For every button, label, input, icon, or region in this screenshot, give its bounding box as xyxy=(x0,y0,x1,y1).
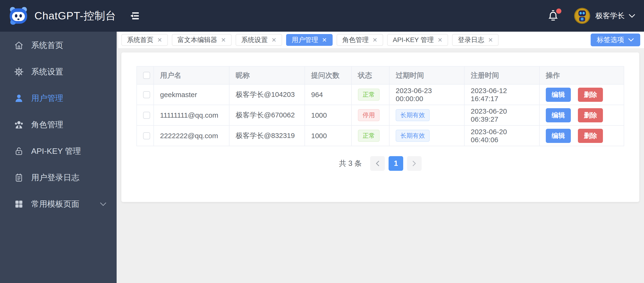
sidebar-item-login-logs[interactable]: 用户登录日志 xyxy=(0,164,116,191)
next-page-button[interactable] xyxy=(407,156,422,171)
table-row: geekmaster 极客学长@104203 964 正常 2023-06-23… xyxy=(137,84,624,105)
expire-badge: 长期有效 xyxy=(396,130,430,142)
user-name[interactable]: 极客学长 xyxy=(595,11,625,21)
log-icon xyxy=(14,172,24,183)
cell-ask-count: 964 xyxy=(305,84,352,105)
cell-username: geekmaster xyxy=(154,84,229,105)
table-row: 2222222@qq.com 极客学长@832319 1000 正常 长期有效 … xyxy=(137,125,624,146)
pagination-total: 共 3 条 xyxy=(339,158,362,168)
sidebar-item-label: 用户管理 xyxy=(31,93,63,104)
cell-username: 2222222@qq.com xyxy=(154,125,229,146)
home-icon xyxy=(14,40,24,51)
user-menu-chevron-down-icon[interactable] xyxy=(628,13,636,19)
tab-login-logs[interactable]: 登录日志 ✕ xyxy=(452,34,498,46)
cell-register-time: 2023-06-20 06:40:06 xyxy=(464,125,540,146)
users-table: 用户名 昵称 提问次数 状态 过期时间 注册时间 操作 geekmaster 极… xyxy=(136,66,624,146)
close-icon[interactable]: ✕ xyxy=(272,37,276,44)
delete-button[interactable]: 删除 xyxy=(578,129,603,143)
user-avatar[interactable] xyxy=(574,8,590,24)
sidebar-item-user-management[interactable]: 用户管理 xyxy=(0,85,116,112)
edit-button[interactable]: 编辑 xyxy=(546,108,571,122)
menu-fold-icon[interactable] xyxy=(129,10,140,22)
close-icon[interactable]: ✕ xyxy=(157,37,162,44)
gear-icon xyxy=(14,67,24,77)
col-nickname: 昵称 xyxy=(229,66,305,84)
notification-bell-icon[interactable] xyxy=(547,9,560,23)
col-register-time: 注册时间 xyxy=(464,66,540,84)
tab-role-management[interactable]: 角色管理 ✕ xyxy=(337,34,383,46)
tab-strip: 系统首页 ✕ 富文本编辑器 ✕ 系统设置 ✕ 用户管理 ✕ 角色管理 ✕ API… xyxy=(116,32,644,48)
page-number-current[interactable]: 1 xyxy=(388,156,403,171)
app-title: ChatGPT-控制台 xyxy=(34,9,116,23)
sidebar-item-label: 角色管理 xyxy=(31,119,63,130)
col-expire-time: 过期时间 xyxy=(389,66,464,84)
edit-button[interactable]: 编辑 xyxy=(546,88,571,102)
sidebar-item-role-management[interactable]: 角色管理 xyxy=(0,112,116,138)
tab-user-management[interactable]: 用户管理 ✕ xyxy=(286,34,332,46)
row-checkbox[interactable] xyxy=(143,112,150,119)
sidebar-item-template-pages[interactable]: 常用模板页面 xyxy=(0,191,116,217)
status-badge: 正常 xyxy=(358,130,380,142)
main-area: 系统首页 ✕ 富文本编辑器 ✕ 系统设置 ✕ 用户管理 ✕ 角色管理 ✕ API… xyxy=(116,32,644,283)
cell-expire-time: 2023-06-23 00:00:00 xyxy=(389,84,464,105)
close-icon[interactable]: ✕ xyxy=(372,37,378,44)
edit-button[interactable]: 编辑 xyxy=(546,129,571,143)
cell-ask-count: 1000 xyxy=(305,125,352,146)
sidebar-item-apikey-management[interactable]: API-KEY 管理 xyxy=(0,138,116,164)
status-badge: 停用 xyxy=(358,109,380,121)
select-all-checkbox[interactable] xyxy=(143,72,150,79)
sidebar-nav: 系统首页 系统设置 用户管理 xyxy=(0,32,116,283)
close-icon[interactable]: ✕ xyxy=(221,37,226,44)
tab-system-settings[interactable]: 系统设置 ✕ xyxy=(236,34,282,46)
close-icon[interactable]: ✕ xyxy=(438,37,443,44)
tab-rich-text-editor[interactable]: 富文本编辑器 ✕ xyxy=(172,34,232,46)
chevron-down-icon xyxy=(628,38,634,42)
cell-register-time: 2023-06-12 16:47:17 xyxy=(464,84,540,105)
cell-username: 11111111@qq.com xyxy=(154,105,229,125)
tab-apikey-management[interactable]: API-KEY 管理 ✕ xyxy=(387,34,448,46)
tag-options-button[interactable]: 标签选项 xyxy=(591,34,640,46)
sidebar-item-label: 系统首页 xyxy=(31,40,63,51)
expire-badge: 长期有效 xyxy=(396,109,430,121)
sidebar-item-label: 常用模板页面 xyxy=(31,199,79,209)
page-content: 用户名 昵称 提问次数 状态 过期时间 注册时间 操作 geekmaster 极… xyxy=(116,48,644,283)
row-checkbox[interactable] xyxy=(143,132,150,139)
cell-nickname: 极客学长@670062 xyxy=(229,105,305,125)
submenu-chevron-down-icon xyxy=(100,201,107,207)
sidebar-item-system-home[interactable]: 系统首页 xyxy=(0,32,116,59)
delete-button[interactable]: 删除 xyxy=(578,108,603,122)
tab-system-home[interactable]: 系统首页 ✕ xyxy=(121,34,168,46)
cell-register-time: 2023-06-20 06:39:27 xyxy=(464,105,540,125)
grid-icon xyxy=(14,199,24,209)
close-icon[interactable]: ✕ xyxy=(488,37,493,44)
table-header-row: 用户名 昵称 提问次数 状态 过期时间 注册时间 操作 xyxy=(137,66,624,84)
status-badge: 正常 xyxy=(358,89,380,101)
roles-icon xyxy=(14,120,24,130)
sidebar-item-label: API-KEY 管理 xyxy=(31,146,81,157)
user-table-card: 用户名 昵称 提问次数 状态 过期时间 注册时间 操作 geekmaster 极… xyxy=(121,53,639,202)
sidebar-item-label: 用户登录日志 xyxy=(31,172,79,183)
top-header: ChatGPT-控制台 xyxy=(0,0,644,32)
cell-nickname: 极客学长@832319 xyxy=(229,125,305,146)
cell-ask-count: 1000 xyxy=(305,105,352,125)
sidebar-item-label: 系统设置 xyxy=(31,66,63,77)
lock-icon xyxy=(14,146,24,156)
app-logo-icon xyxy=(8,6,28,26)
cell-nickname: 极客学长@104203 xyxy=(229,84,305,105)
delete-button[interactable]: 删除 xyxy=(578,88,603,102)
table-row: 11111111@qq.com 极客学长@670062 1000 停用 长期有效… xyxy=(137,105,624,125)
close-icon[interactable]: ✕ xyxy=(322,37,327,44)
prev-page-button[interactable] xyxy=(370,156,385,171)
col-status: 状态 xyxy=(352,66,389,84)
col-username: 用户名 xyxy=(154,66,229,84)
user-icon xyxy=(14,93,24,104)
sidebar-item-system-settings[interactable]: 系统设置 xyxy=(0,59,116,85)
col-ask-count: 提问次数 xyxy=(305,66,352,84)
row-checkbox[interactable] xyxy=(143,91,150,98)
col-actions: 操作 xyxy=(540,66,624,84)
pagination: 共 3 条 1 xyxy=(136,156,624,171)
notification-dot xyxy=(556,9,562,14)
